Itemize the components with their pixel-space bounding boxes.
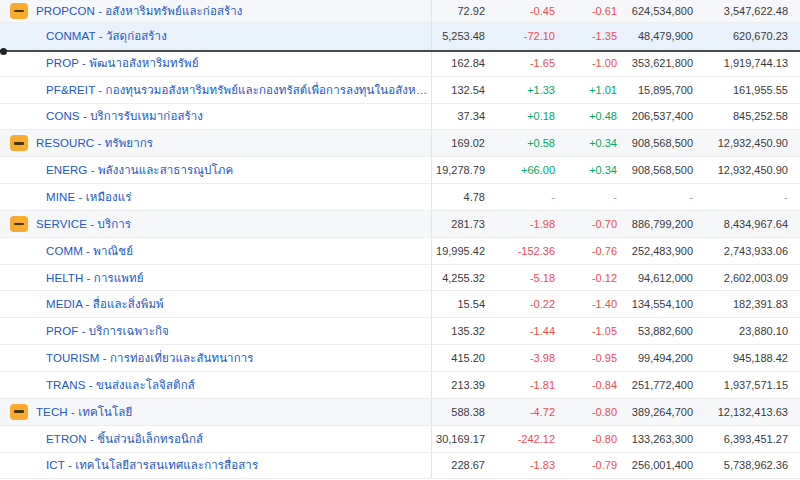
percent-change-cell: - [560,191,622,203]
sector-name-cell: ETRON - ชิ้นส่วนอิเล็กทรอนิกส์ [0,426,432,452]
value-cell: 620,670.23 [698,30,800,42]
percent-change-cell: -0.76 [560,245,622,257]
table-row[interactable]: ENERG - พลังงานและสาธารณูปโภค 19,278.79 … [0,157,800,184]
sector-name-cell: TECH - เทคโนโลยี [0,399,432,425]
change-cell: +0.58 [490,137,560,149]
volume-cell: 624,534,800 [622,5,698,17]
sector-label[interactable]: TECH - เทคโนโลยี [36,403,132,421]
percent-change-cell: -1.05 [560,325,622,337]
table-row[interactable]: PF&REIT - กองทุนรวมอสังหาริมทรัพย์และกอง… [0,77,800,104]
sector-name-cell: COMM - พาณิชย์ [0,238,432,264]
sector-label[interactable]: CONMAT - วัสดุก่อสร้าง [46,27,167,45]
sector-label[interactable]: RESOURC - ทรัพยากร [36,134,153,152]
percent-change-cell: -1.35 [560,30,622,42]
value-cell: 8,434,967.64 [698,218,800,230]
table-row[interactable]: ETRON - ชิ้นส่วนอิเล็กทรอนิกส์ 30,169.17… [0,426,800,453]
percent-change-cell: -0.95 [560,352,622,364]
last-price-cell: 228.67 [432,459,490,471]
value-cell: 1,919,744.13 [698,57,800,69]
sector-label[interactable]: ETRON - ชิ้นส่วนอิเล็กทรอนิกส์ [46,430,203,448]
table-row[interactable]: TRANS - ขนส่งและโลจิสติกส์ 213.39 -1.81 … [0,372,800,399]
table-row[interactable]: PROP - พัฒนาอสังหาริมทรัพย์ 162.84 -1.65… [0,50,800,77]
last-price-cell: 132.54 [432,84,490,96]
last-price-cell: 19,995.42 [432,245,490,257]
value-cell: 6,393,451.27 [698,433,800,445]
minus-glyph [14,410,24,413]
volume-cell: 134,554,100 [622,298,698,310]
percent-change-cell: -0.80 [560,406,622,418]
sector-name-cell: SERVICE - บริการ [0,211,432,237]
volume-cell: 15,895,700 [622,84,698,96]
value-cell: 945,188.42 [698,352,800,364]
collapse-minus-icon[interactable] [10,3,28,19]
value-cell: 3,547,622.48 [698,5,800,17]
sector-label[interactable]: TRANS - ขนส่งและโลจิสติกส์ [46,376,195,394]
table-row[interactable]: MEDIA - สื่อและสิ่งพิมพ์ 15.54 -0.22 -1.… [0,291,800,318]
sector-name-cell: ENERG - พลังงานและสาธารณูปโภค [0,157,432,183]
volume-cell: 256,001,400 [622,459,698,471]
collapse-minus-icon[interactable] [10,135,28,151]
sector-label[interactable]: COMM - พาณิชย์ [46,242,133,260]
collapse-minus-icon[interactable] [10,404,28,420]
sector-label[interactable]: ICT - เทคโนโลยีสารสนเทศและการสื่อสาร [46,456,258,474]
volume-cell: 908,568,500 [622,137,698,149]
change-cell: -3.98 [490,352,560,364]
sector-name-cell: ICT - เทคโนโลยีสารสนเทศและการสื่อสาร [0,453,432,479]
table-row[interactable]: ICT - เทคโนโลยีสารสนเทศและการสื่อสาร 228… [0,453,800,480]
sector-label[interactable]: PROPCON - อสังหาริมทรัพย์และก่อสร้าง [36,2,243,20]
change-cell: -1.83 [490,459,560,471]
volume-cell: 389,264,700 [622,406,698,418]
table-row[interactable]: CONS - บริการรับเหมาก่อสร้าง 37.34 +0.18… [0,104,800,131]
volume-cell: 908,568,500 [622,164,698,176]
minus-glyph [14,223,24,226]
last-price-cell: 135.32 [432,325,490,337]
percent-change-cell: +0.48 [560,110,622,122]
change-cell: -152.36 [490,245,560,257]
sector-label[interactable]: TOURISM - การท่องเที่ยวและสันทนาการ [46,349,254,367]
last-price-cell: 169.02 [432,137,490,149]
collapse-minus-icon[interactable] [10,216,28,232]
table-row[interactable]: PROF - บริการเฉพาะกิจ 135.32 -1.44 -1.05… [0,318,800,345]
table-row[interactable]: COMM - พาณิชย์ 19,995.42 -152.36 -0.76 2… [0,238,800,265]
sector-name-cell: RESOURC - ทรัพยากร [0,130,432,156]
volume-cell: 53,882,600 [622,325,698,337]
volume-cell: 206,537,400 [622,110,698,122]
table-row[interactable]: SERVICE - บริการ 281.73 -1.98 -0.70 886,… [0,211,800,238]
percent-change-cell: +0.34 [560,164,622,176]
volume-cell: 94,612,000 [622,272,698,284]
percent-change-cell: -0.70 [560,218,622,230]
value-cell: 2,743,933.06 [698,245,800,257]
table-row[interactable]: HELTH - การแพทย์ 4,255.32 -5.18 -0.12 94… [0,265,800,292]
sector-label[interactable]: MINE - เหมืองแร่ [46,188,132,206]
volume-cell: 252,483,900 [622,245,698,257]
percent-change-cell: +0.34 [560,137,622,149]
table-row[interactable]: TECH - เทคโนโลยี 588.38 -4.72 -0.80 389,… [0,399,800,426]
sector-label[interactable]: PROP - พัฒนาอสังหาริมทรัพย์ [46,54,199,72]
last-price-cell: 588.38 [432,406,490,418]
sector-label[interactable]: SERVICE - บริการ [36,215,131,233]
value-cell: 1,937,571.15 [698,379,800,391]
table-row[interactable]: RESOURC - ทรัพยากร 169.02 +0.58 +0.34 90… [0,130,800,157]
minus-glyph [14,142,24,145]
sector-name-cell: MEDIA - สื่อและสิ่งพิมพ์ [0,291,432,317]
sector-label[interactable]: PROF - บริการเฉพาะกิจ [46,322,169,340]
last-price-cell: 4,255.32 [432,272,490,284]
change-cell: -1.81 [490,379,560,391]
last-price-cell: 15.54 [432,298,490,310]
table-row[interactable]: TOURISM - การท่องเที่ยวและสันทนาการ 415.… [0,345,800,372]
volume-cell: 353,621,800 [622,57,698,69]
last-price-cell: 415.20 [432,352,490,364]
sector-label[interactable]: CONS - บริการรับเหมาก่อสร้าง [46,107,203,125]
change-cell: - [490,191,560,203]
sector-name-cell: PROP - พัฒนาอสังหาริมทรัพย์ [0,50,432,76]
sector-label[interactable]: PF&REIT - กองทุนรวมอสังหาริมทรัพย์และกอง… [46,81,431,99]
sector-label[interactable]: HELTH - การแพทย์ [46,269,143,287]
sector-name-cell: CONS - บริการรับเหมาก่อสร้าง [0,104,432,130]
value-cell: 23,880.10 [698,325,800,337]
table-row[interactable]: MINE - เหมืองแร่ 4.78 - - - - [0,184,800,211]
table-row[interactable]: PROPCON - อสังหาริมทรัพย์และก่อสร้าง 72.… [0,0,800,23]
sector-label[interactable]: ENERG - พลังงานและสาธารณูปโภค [46,161,233,179]
percent-change-cell: -0.12 [560,272,622,284]
table-row[interactable]: CONMAT - วัสดุก่อสร้าง 5,253.48 -72.10 -… [0,23,800,50]
sector-label[interactable]: MEDIA - สื่อและสิ่งพิมพ์ [46,295,164,313]
